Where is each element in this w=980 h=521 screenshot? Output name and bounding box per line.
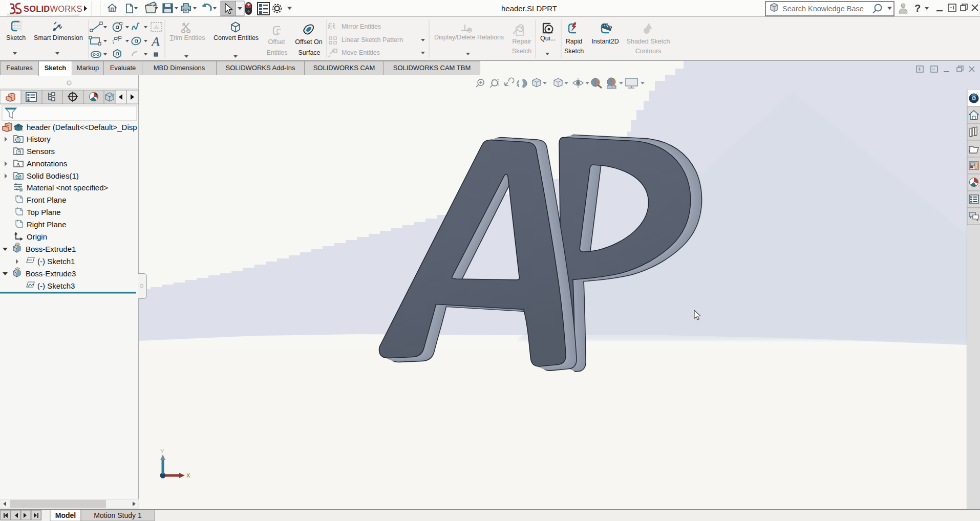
- svg-text:X: X: [186, 472, 190, 479]
- svg-text:A: A: [151, 34, 160, 49]
- svg-text:Y: Y: [160, 448, 164, 454]
- svg-text:?: ?: [914, 3, 921, 14]
